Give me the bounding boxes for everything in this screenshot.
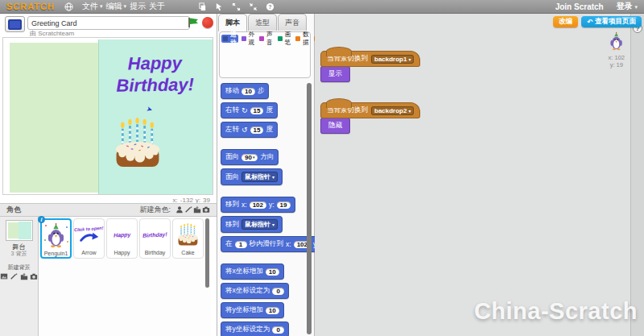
category-color-swatch [259,36,264,41]
motion-block[interactable]: 面向鼠标指针▾ [221,168,283,185]
sprite-position-info: x: 102 y: 19 [609,31,625,68]
sprite-list: Penguin1iClick to open! ArrowHappyHappyB… [39,217,211,336]
motion-block[interactable]: 将x坐标设定为0 [221,283,289,299]
looks-block[interactable]: 显示 [320,66,350,82]
join-scratch-link[interactable]: Join Scratch [555,2,604,11]
svg-text:?: ? [268,3,271,9]
menu-item-关于[interactable]: 关于 [149,1,165,12]
category-数据[interactable]: 数据 [294,35,311,43]
tab-声音[interactable]: 声音 [278,14,307,31]
motion-block[interactable]: 移到鼠标指针▾ [221,216,283,233]
block-help-icon[interactable]: ? [265,2,275,11]
sprite-info-badge[interactable]: i [38,216,45,223]
remix-button[interactable]: 改编 [553,16,578,27]
scripts-area[interactable]: ? 改编 ↶ 查看项目页面 x: 102 y: 19 当背景切换到backdro… [315,14,644,336]
sprite-list-scrollbar[interactable] [205,218,209,288]
project-title-input[interactable] [27,16,190,30]
number-input[interactable]: 1 [235,241,247,248]
palette-scrollbar[interactable] [307,83,312,334]
chevron-down-icon: ▾ [272,222,275,227]
new-sprite-buttons [175,205,210,215]
number-input[interactable]: 10 [266,307,279,314]
chevron-down-icon: ▾ [100,3,103,10]
block-text: 左转 [225,125,239,135]
number-input[interactable]: 102 [250,201,266,209]
dropdown-input[interactable]: 鼠标指针▾ [242,172,278,182]
when-backdrop-switches-hat-block[interactable]: 当背景切换到backdrop2▾ [320,102,420,118]
duplicate-icon[interactable] [197,2,207,11]
category-外观[interactable]: 外观 [240,35,257,43]
sprite-card-Penguin1[interactable]: Penguin1i [40,218,72,259]
shrink-icon[interactable] [248,2,258,11]
backdrop-dropdown[interactable]: backdrop1▾ [371,55,414,64]
category-运动[interactable]: 运动 [221,35,238,43]
category-label: 数据 [303,31,309,47]
green-flag-button[interactable] [188,17,200,28]
chevron-down-icon: ▾ [272,174,275,180]
block-text: x: [242,201,247,209]
language-globe-icon[interactable] [64,2,74,11]
paint-sprite-icon[interactable] [184,205,192,214]
sprite-card-Arrow[interactable]: Click to open! Arrow [73,218,105,259]
grow-icon[interactable] [231,2,241,11]
upload-backdrop-icon[interactable] [20,272,28,280]
looks-block[interactable]: 隐藏 [320,118,350,134]
scratch-logo[interactable]: SCRATCH [6,2,55,11]
block-text: 移到 [225,220,239,230]
dropdown-input[interactable]: 鼠标指针▾ [242,219,278,230]
backdrop-image-icon[interactable] [0,272,8,280]
number-input[interactable]: 0 [272,288,284,295]
new-sprite-label: 新建角色: [139,205,171,215]
motion-block[interactable]: 移到x:102y:19 [221,197,295,213]
number-input[interactable]: 15 [250,107,264,114]
sprite-library-icon[interactable] [175,205,184,214]
delete-icon[interactable] [214,2,224,11]
menu-item-文件[interactable]: 文件▾ [82,1,103,12]
category-声音[interactable]: 声音 [258,35,275,43]
view-project-page-button[interactable]: ↶ 查看项目页面 [581,16,642,27]
motion-block[interactable]: 将x坐标增加10 [221,263,284,280]
camera-backdrop-icon[interactable] [30,272,38,280]
sprite-card-Birthday[interactable]: Birthday!Birthday [139,218,171,259]
block-text: 秒内滑行到 [250,239,284,249]
signin-link[interactable]: 登录 ▾ [617,1,638,12]
upload-sprite-icon[interactable] [192,205,201,214]
tab-脚本[interactable]: 脚本 [218,14,247,31]
block-text: 面向 [225,152,239,162]
number-input[interactable]: 10 [242,88,255,95]
motion-block[interactable]: 将y坐标增加10 [221,302,284,318]
menu-item-提示[interactable]: 提示 [130,1,146,12]
sprite-thumbnail: Happy [107,219,137,250]
motion-block[interactable]: 左转↺15度 [221,122,278,138]
script-stack-2[interactable]: 当背景切换到backdrop2▾隐藏 [320,97,420,134]
sprite-card-Cake[interactable]: Cake [172,218,204,259]
menu-item-编辑[interactable]: 编辑▾ [105,1,126,12]
number-input[interactable]: 19 [277,201,291,209]
number-input[interactable]: 15 [250,127,264,134]
text-thumb: Happy [114,231,131,238]
number-input[interactable]: 0 [272,326,284,334]
stop-button[interactable] [202,17,213,28]
script-stack-1[interactable]: 当背景切换到backdrop1▾显示 [320,46,420,82]
number-dropdown-input[interactable]: 90▾ [242,154,258,161]
tab-造型[interactable]: 造型 [248,14,277,31]
category-画笔[interactable]: 画笔 [276,35,293,43]
camera-sprite-icon[interactable] [201,205,210,214]
help-panel-strip[interactable] [630,14,644,336]
number-input[interactable]: 10 [266,268,279,276]
motion-block[interactable]: 移动10步 [221,83,269,99]
category-label: 声音 [266,31,273,47]
motion-block[interactable]: 面向90▾方向 [221,149,279,165]
motion-block[interactable]: 将y坐标设定为0 [221,321,289,336]
view-project-label: 查看项目页面 [595,17,636,27]
sprite-thumbnail: Birthday! [140,219,170,250]
block-text: 移动 [225,86,239,96]
stage-thumbnail[interactable] [6,220,33,241]
backdrop-dropdown[interactable]: backdrop2▾ [371,106,414,115]
when-backdrop-switches-hat-block[interactable]: 当背景切换到backdrop1▾ [320,51,420,67]
small-stage-toggle-button[interactable] [5,16,25,32]
paint-backdrop-icon[interactable] [10,272,18,280]
block-text: x: [286,240,291,248]
sprite-card-Happy[interactable]: HappyHappy [106,218,138,259]
motion-block[interactable]: 右转↻15度 [221,102,278,118]
